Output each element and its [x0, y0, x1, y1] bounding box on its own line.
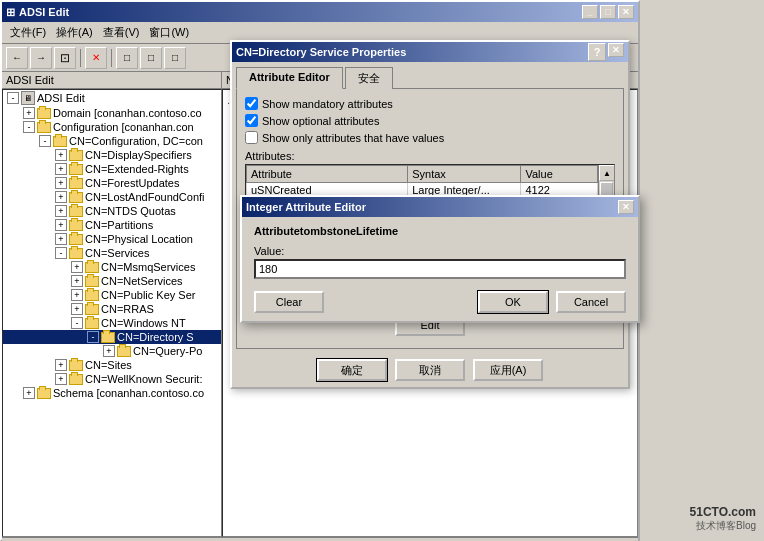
properties-title-buttons: ? ✕ [588, 43, 624, 61]
back-button[interactable]: ← [6, 47, 28, 69]
folder-icon-query-po [117, 346, 131, 357]
tab-security[interactable]: 安全 [345, 67, 393, 89]
expand-adsi-edit[interactable]: - [7, 92, 19, 104]
tree-item-adsi-edit[interactable]: - 🖥 ADSI Edit [3, 90, 221, 106]
watermark-line1: 51CTO.com [690, 505, 756, 519]
expand-query-po[interactable]: + [103, 345, 115, 357]
main-title-bar: ⊞ ADSI Edit _ □ ✕ [2, 2, 638, 22]
menu-view[interactable]: 查看(V) [99, 24, 144, 41]
up-button[interactable]: ⊡ [54, 47, 76, 69]
tree-item-ntds-quotas[interactable]: + CN=NTDS Quotas [3, 204, 221, 218]
close-button[interactable]: ✕ [618, 5, 634, 19]
col-attribute: Attribute [247, 166, 408, 183]
sites-label: CN=Sites [85, 359, 132, 371]
toolbar-btn6[interactable]: □ [164, 47, 186, 69]
confirm-button[interactable]: 确定 [317, 359, 387, 381]
col-value: Value [521, 166, 598, 183]
expand-schema[interactable]: + [23, 387, 35, 399]
expand-directory-service[interactable]: - [87, 331, 99, 343]
cancel-button[interactable]: 取消 [395, 359, 465, 381]
tree-item-directory-service[interactable]: - CN=Directory S [3, 330, 221, 344]
tree-item-physical-location[interactable]: + CN=Physical Location [3, 232, 221, 246]
checkbox-optional-input[interactable] [245, 114, 258, 127]
expand-publickey[interactable]: + [71, 289, 83, 301]
query-po-label: CN=Query-Po [133, 345, 202, 357]
folder-icon-forestupdates [69, 178, 83, 189]
delete-button[interactable]: ✕ [85, 47, 107, 69]
tree-item-lostandfound[interactable]: + CN=LostAndFoundConfi [3, 190, 221, 204]
cn-configuration-label: CN=Configuration, DC=con [69, 135, 203, 147]
int-editor-title-bar: Integer Attribute Editor ✕ [242, 197, 638, 217]
expand-msmq[interactable]: + [71, 261, 83, 273]
checkbox-mandatory-label: Show mandatory attributes [262, 98, 393, 110]
forward-button[interactable]: → [30, 47, 52, 69]
tree-item-partitions[interactable]: + CN=Partitions [3, 218, 221, 232]
domain-label: Domain [conanhan.contoso.co [53, 107, 202, 119]
expand-lostandfound[interactable]: + [55, 191, 67, 203]
ok-button[interactable]: OK [478, 291, 548, 313]
expand-sites[interactable]: + [55, 359, 67, 371]
properties-close-button[interactable]: ✕ [608, 43, 624, 57]
tree-item-forestupdates[interactable]: + CN=ForestUpdates [3, 176, 221, 190]
ok-cancel-group: OK Cancel [478, 291, 626, 313]
folder-icon-msmq [85, 262, 99, 273]
expand-partitions[interactable]: + [55, 219, 67, 231]
expand-physical-location[interactable]: + [55, 233, 67, 245]
tree-item-cn-configuration[interactable]: - CN=Configuration, DC=con [3, 134, 221, 148]
tree-item-publickey[interactable]: + CN=Public Key Ser [3, 288, 221, 302]
tree-item-domain[interactable]: + Domain [conanhan.contoso.co [3, 106, 221, 120]
tree-item-query-po[interactable]: + CN=Query-Po [3, 344, 221, 358]
expand-forestupdates[interactable]: + [55, 177, 67, 189]
tree-item-schema[interactable]: + Schema [conanhan.contoso.co [3, 386, 221, 400]
checkbox-values-only-input[interactable] [245, 131, 258, 144]
tree-item-sites[interactable]: + CN=Sites [3, 358, 221, 372]
expand-wellknown[interactable]: + [55, 373, 67, 385]
toolbar-sep2 [111, 49, 112, 67]
checkbox-mandatory-input[interactable] [245, 97, 258, 110]
checkbox-values-only-label: Show only attributes that have values [262, 132, 444, 144]
tree-panel[interactable]: - 🖥 ADSI Edit + Domain [conanhan.contoso… [2, 89, 222, 537]
folder-icon-directory-service [101, 332, 115, 343]
main-window-title: ADSI Edit [19, 6, 69, 18]
menu-action[interactable]: 操作(A) [52, 24, 97, 41]
int-value-input[interactable] [254, 259, 626, 279]
expand-displayspecifiers[interactable]: + [55, 149, 67, 161]
tree-item-displayspecifiers[interactable]: + CN=DisplaySpecifiers [3, 148, 221, 162]
folder-icon-schema [37, 388, 51, 399]
expand-cn-configuration[interactable]: - [39, 135, 51, 147]
tree-item-netservices[interactable]: + CN=NetServices [3, 274, 221, 288]
tab-attribute-editor[interactable]: Attribute Editor [236, 67, 343, 89]
watermark: 51CTO.com 技术博客Blog [690, 505, 756, 533]
tree-item-msmq[interactable]: + CN=MsmqServices [3, 260, 221, 274]
tree-item-wellknown[interactable]: + CN=WellKnown Securit: [3, 372, 221, 386]
scroll-up-arrow[interactable]: ▲ [599, 165, 615, 181]
expand-extended-rights[interactable]: + [55, 163, 67, 175]
tree-item-windows-nt[interactable]: - CN=Windows NT [3, 316, 221, 330]
expand-ntds-quotas[interactable]: + [55, 205, 67, 217]
expand-domain[interactable]: + [23, 107, 35, 119]
apply-button[interactable]: 应用(A) [473, 359, 543, 381]
expand-netservices[interactable]: + [71, 275, 83, 287]
tree-item-extended-rights[interactable]: + CN=Extended-Rights [3, 162, 221, 176]
expand-services[interactable]: - [55, 247, 67, 259]
maximize-button[interactable]: □ [600, 5, 616, 19]
tree-item-services[interactable]: - CN=Services [3, 246, 221, 260]
clear-button[interactable]: Clear [254, 291, 324, 313]
properties-help-button[interactable]: ? [588, 43, 606, 61]
int-editor-close-button[interactable]: ✕ [618, 200, 634, 214]
menu-window[interactable]: 窗口(W) [145, 24, 193, 41]
expand-windows-nt[interactable]: - [71, 317, 83, 329]
expand-rras[interactable]: + [71, 303, 83, 315]
folder-icon-displayspecifiers [69, 150, 83, 161]
ntds-quotas-label: CN=NTDS Quotas [85, 205, 176, 217]
cancel-int-button[interactable]: Cancel [556, 291, 626, 313]
folder-icon-rras [85, 304, 99, 315]
tree-item-rras[interactable]: + CN=RRAS [3, 302, 221, 316]
netservices-label: CN=NetServices [101, 275, 183, 287]
menu-file[interactable]: 文件(F) [6, 24, 50, 41]
toolbar-btn5[interactable]: □ [140, 47, 162, 69]
expand-configuration[interactable]: - [23, 121, 35, 133]
minimize-button[interactable]: _ [582, 5, 598, 19]
toolbar-btn4[interactable]: □ [116, 47, 138, 69]
tree-item-configuration[interactable]: - Configuration [conanhan.con [3, 120, 221, 134]
